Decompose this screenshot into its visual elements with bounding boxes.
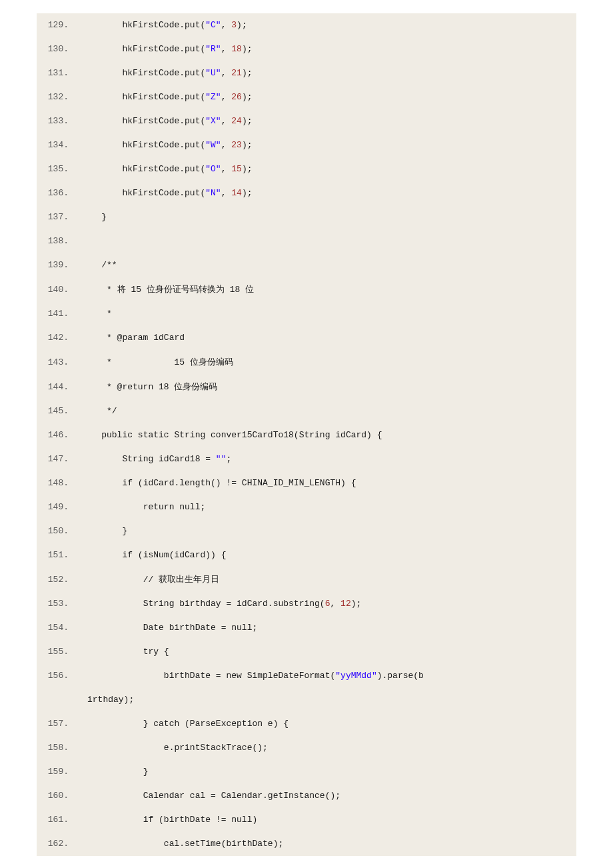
line-number: 161.: [37, 808, 69, 832]
code-line: 154. Date birthDate = null;: [37, 616, 576, 640]
code-text: if (birthDate != null): [69, 808, 257, 832]
line-number: 134.: [37, 133, 69, 157]
line-number: 159.: [37, 760, 69, 784]
line-number: 160.: [37, 784, 69, 808]
code-text: }: [69, 519, 127, 543]
code-text: * @param idCard: [69, 326, 185, 350]
line-number: 146.: [37, 423, 69, 447]
line-number: 157.: [37, 712, 69, 736]
code-line: 135. hkFirstCode.put("O", 15);: [37, 157, 576, 181]
line-number: 138.: [37, 229, 69, 253]
code-line: 136. hkFirstCode.put("N", 14);: [37, 181, 576, 205]
code-text: hkFirstCode.put("C", 3);: [69, 13, 247, 37]
code-line: 137. }: [37, 205, 576, 229]
code-text: }: [69, 760, 148, 784]
code-line: 149. return null;: [37, 495, 576, 519]
code-line: irthday);: [37, 688, 576, 712]
code-text: hkFirstCode.put("W", 23);: [69, 133, 252, 157]
code-line: 144. * @return 18 位身份编码: [37, 375, 576, 399]
line-number: 135.: [37, 157, 69, 181]
code-text: hkFirstCode.put("X", 24);: [69, 109, 252, 133]
code-line: 130. hkFirstCode.put("R", 18);: [37, 37, 576, 61]
code-text: Calendar cal = Calendar.getInstance();: [69, 784, 340, 808]
line-number: 131.: [37, 61, 69, 85]
code-text: hkFirstCode.put("R", 18);: [69, 37, 252, 61]
code-text: * @return 18 位身份编码: [69, 375, 217, 399]
code-line: 155. try {: [37, 640, 576, 664]
code-text: *: [69, 302, 112, 326]
code-text: } catch (ParseException e) {: [69, 712, 289, 736]
line-number: 139.: [37, 253, 69, 277]
code-line: 133. hkFirstCode.put("X", 24);: [37, 109, 576, 133]
line-number: 132.: [37, 85, 69, 109]
code-line: 134. hkFirstCode.put("W", 23);: [37, 133, 576, 157]
code-text: hkFirstCode.put("U", 21);: [69, 61, 252, 85]
line-number: 148.: [37, 471, 69, 495]
code-line: 141. *: [37, 302, 576, 326]
code-text: e.printStackTrace();: [69, 736, 268, 760]
code-text: String birthday = idCard.substring(6, 12…: [69, 592, 361, 616]
line-number: 143.: [37, 351, 69, 375]
line-number: 153.: [37, 592, 69, 616]
code-line: 132. hkFirstCode.put("Z", 26);: [37, 85, 576, 109]
code-line: 147. String idCard18 = "";: [37, 447, 576, 471]
code-text: if (isNum(idCard)) {: [69, 543, 226, 567]
code-line: 150. }: [37, 519, 576, 543]
code-line: 143. * 15 位身份编码: [37, 350, 576, 375]
code-line: 160. Calendar cal = Calendar.getInstance…: [37, 784, 576, 808]
code-text: if (idCard.length() != CHINA_ID_MIN_LENG…: [69, 471, 356, 495]
line-number: 129.: [37, 13, 69, 37]
code-line: 131. hkFirstCode.put("U", 21);: [37, 61, 576, 85]
line-number: 151.: [37, 543, 69, 567]
code-line: 151. if (isNum(idCard)) {: [37, 543, 576, 567]
line-number: 155.: [37, 640, 69, 664]
code-line: 146. public static String conver15CardTo…: [37, 423, 576, 447]
code-line: 140. * 将 15 位身份证号码转换为 18 位: [37, 277, 576, 302]
code-line: 148. if (idCard.length() != CHINA_ID_MIN…: [37, 471, 576, 495]
line-number: 144.: [37, 375, 69, 399]
line-number: 133.: [37, 109, 69, 133]
line-number: 152.: [37, 568, 69, 592]
code-text: // 获取出生年月日: [69, 567, 219, 592]
code-text: Date birthDate = null;: [69, 616, 257, 640]
line-number: 156.: [37, 664, 69, 688]
code-text: }: [69, 205, 107, 229]
code-text: * 15 位身份编码: [69, 350, 233, 375]
line-number: 141.: [37, 302, 69, 326]
code-line: 142. * @param idCard: [37, 326, 576, 350]
code-text: cal.setTime(birthDate);: [69, 832, 283, 856]
code-text: irthday);: [87, 688, 134, 712]
code-line: 157. } catch (ParseException e) {: [37, 712, 576, 736]
line-number: 130.: [37, 37, 69, 61]
line-number: 137.: [37, 205, 69, 229]
code-text: public static String conver15CardTo18(St…: [69, 423, 382, 447]
code-text: birthDate = new SimpleDateFormat("yyMMdd…: [69, 664, 424, 688]
code-text: /**: [69, 253, 117, 277]
line-number: 140.: [37, 278, 69, 302]
code-line: 129. hkFirstCode.put("C", 3);: [37, 13, 576, 37]
code-text: hkFirstCode.put("Z", 26);: [69, 85, 252, 109]
code-block: 129. hkFirstCode.put("C", 3);130. hkFirs…: [37, 13, 576, 856]
code-line: 152. // 获取出生年月日: [37, 567, 576, 592]
line-number: 142.: [37, 326, 69, 350]
line-number: 150.: [37, 519, 69, 543]
line-number: 136.: [37, 181, 69, 205]
line-number: 158.: [37, 736, 69, 760]
line-number: 149.: [37, 495, 69, 519]
code-line: 158. e.printStackTrace();: [37, 736, 576, 760]
code-text: return null;: [69, 495, 205, 519]
code-text: try {: [69, 640, 169, 664]
code-line: 138.: [37, 229, 576, 253]
code-line: 162. cal.setTime(birthDate);: [37, 832, 576, 856]
code-text: */: [69, 399, 117, 423]
code-line: 159. }: [37, 760, 576, 784]
code-line: 139. /**: [37, 253, 576, 277]
code-text: hkFirstCode.put("O", 15);: [69, 157, 252, 181]
line-number: 147.: [37, 447, 69, 471]
code-line: 153. String birthday = idCard.substring(…: [37, 592, 576, 616]
line-number: 154.: [37, 616, 69, 640]
code-text: * 将 15 位身份证号码转换为 18 位: [69, 277, 254, 302]
line-number: 145.: [37, 399, 69, 423]
code-text: String idCard18 = "";: [69, 447, 231, 471]
code-line: 156. birthDate = new SimpleDateFormat("y…: [37, 664, 576, 688]
